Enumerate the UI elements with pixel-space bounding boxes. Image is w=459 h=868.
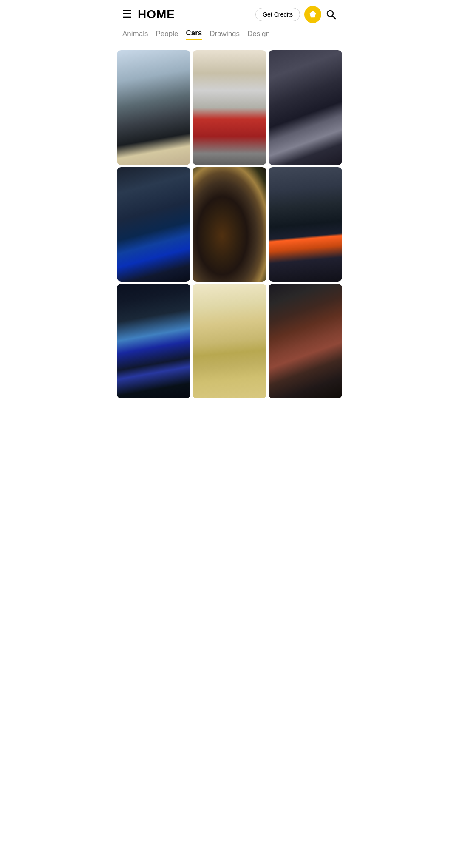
- category-design[interactable]: Design: [247, 30, 270, 40]
- grid-item-5[interactable]: [193, 167, 266, 282]
- category-animals[interactable]: Animals: [122, 30, 148, 40]
- search-icon[interactable]: [326, 9, 337, 20]
- category-drawings[interactable]: Drawings: [210, 30, 240, 40]
- image-grid: [115, 46, 344, 403]
- page-title: HOME: [138, 8, 255, 21]
- grid-item-7[interactable]: [117, 284, 190, 398]
- grid-item-2[interactable]: [193, 50, 266, 165]
- menu-icon[interactable]: ☰: [122, 9, 132, 20]
- category-cars[interactable]: Cars: [186, 29, 202, 40]
- get-credits-button[interactable]: Get Credits: [255, 8, 300, 21]
- grid-item-8[interactable]: [193, 284, 266, 398]
- app-header: ☰ HOME Get Credits: [115, 0, 344, 29]
- gem-svg: [308, 10, 317, 19]
- category-nav: Animals People Cars Drawings Design: [115, 29, 344, 46]
- svg-line-3: [333, 16, 336, 19]
- grid-item-6[interactable]: [269, 167, 342, 282]
- grid-item-9[interactable]: [269, 284, 342, 398]
- grid-item-1[interactable]: [117, 50, 190, 165]
- header-actions: Get Credits: [255, 6, 337, 23]
- category-people[interactable]: People: [156, 30, 178, 40]
- gem-icon[interactable]: [304, 6, 321, 23]
- grid-item-3[interactable]: [269, 50, 342, 165]
- grid-item-4[interactable]: [117, 167, 190, 282]
